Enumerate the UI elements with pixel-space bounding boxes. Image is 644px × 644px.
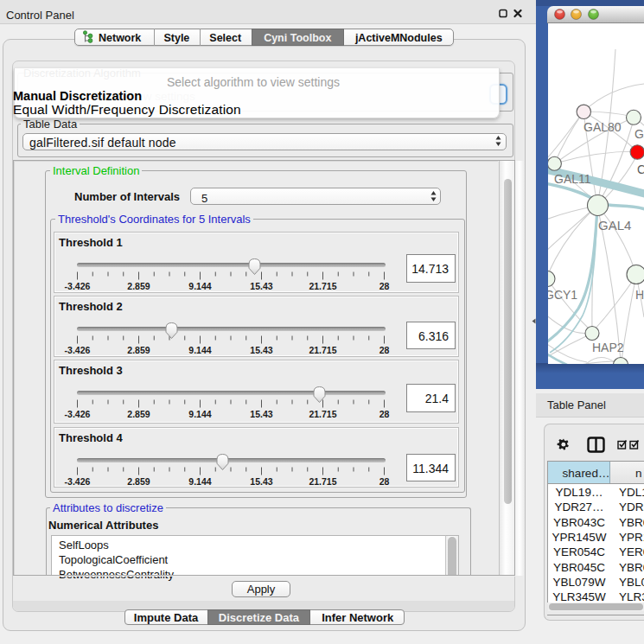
svg-text:GA: GA [634,127,644,141]
svg-text:HAP2: HAP2 [592,341,624,354]
svg-text:C: C [637,163,644,176]
svg-text:GAL11: GAL11 [554,172,591,186]
svg-text:GCY1: GCY1 [548,288,577,302]
svg-text:H: H [635,288,644,302]
svg-text:GAL4: GAL4 [598,218,631,233]
svg-text:GAL80: GAL80 [583,120,622,134]
